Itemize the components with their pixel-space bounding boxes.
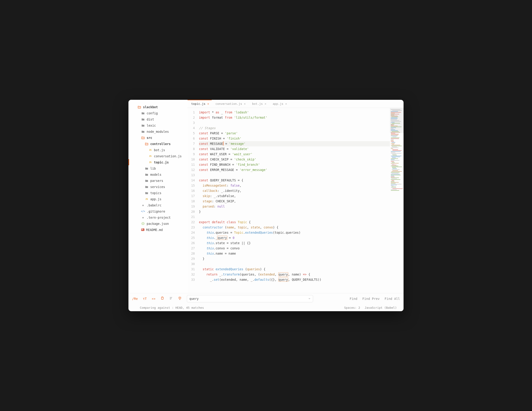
find-prev-button[interactable]: Find Prev [362, 297, 380, 301]
tab-app-js[interactable]: app.js× [269, 100, 290, 108]
status-language[interactable]: JavaScript (Babel) [365, 306, 397, 309]
tree-item-lexic[interactable]: lexic [128, 122, 188, 128]
code-line[interactable]: _.set(extended, name, _.defaults({}, que… [199, 277, 390, 282]
tab-bot-js[interactable]: bot.js× [248, 100, 269, 108]
search-input[interactable] [187, 295, 313, 302]
line-number: 11 [188, 162, 195, 167]
tree-item-topic-js[interactable]: JStopic.js [128, 159, 188, 165]
file-tree[interactable]: slackbotconfigdistlexicnode_modulessrcco… [128, 100, 188, 293]
minimap-line [391, 181, 394, 182]
editor-body[interactable]: 1234567891011121314151617181920212223242… [188, 108, 404, 293]
line-number: 22 [188, 220, 195, 225]
line-number: 21 [188, 214, 195, 220]
code-line[interactable]: callback: _.identity, [199, 188, 390, 193]
code-line[interactable]: const CHECK_SKIP = 'check_skip' [199, 157, 390, 162]
minimap-line [391, 148, 393, 149]
code-line[interactable]: this.queries = Topic.extendedQueries(top… [199, 230, 390, 235]
code-line[interactable]: import * as _ from 'lodash' [199, 110, 390, 115]
code-line[interactable]: const FINISH = 'finish' [199, 136, 390, 141]
code-line[interactable] [199, 172, 390, 178]
code-line[interactable]: this.convo = convo [199, 246, 390, 251]
tree-item--tern-project[interactable]: ✱.tern-project [128, 214, 188, 220]
tree-item-node-modules[interactable]: node_modules [128, 128, 188, 134]
tree-item-app-js[interactable]: JSapp.js [128, 196, 188, 202]
code-line[interactable]: const ERROR_MESSAGE = 'error_message' [199, 167, 390, 172]
tree-label: .babelrc [147, 203, 162, 207]
regex-toggle-icon[interactable]: /Re [132, 297, 138, 301]
code-line[interactable]: parsed: null [199, 204, 390, 209]
code-line[interactable]: static extendedQueries (queries) { [199, 267, 390, 272]
status-spaces[interactable]: Spaces: 2 [344, 306, 360, 309]
tab-topic-js[interactable]: topic.js× [188, 100, 212, 108]
selection-icon[interactable] [169, 296, 173, 301]
tree-item-package-json[interactable]: {}package.json [128, 220, 188, 227]
code-line[interactable] [199, 120, 390, 125]
tree-item-src[interactable]: src [128, 134, 188, 141]
minimap-line [391, 188, 396, 188]
line-number: 4 [188, 125, 195, 131]
tree-item-controllers[interactable]: controllers [128, 141, 188, 147]
tree-item-topics[interactable]: topics [128, 190, 188, 196]
code-line[interactable]: this._query = 0 [199, 235, 390, 240]
main-area: slackbotconfigdistlexicnode_modulessrcco… [128, 100, 404, 293]
code-line[interactable]: skip: _.stubFalse, [199, 193, 390, 199]
wrap-toggle-icon[interactable]: «» [152, 297, 155, 301]
code-line[interactable]: isMessageSent: false, [199, 183, 390, 188]
tree-item-readme-md[interactable]: M↓README.md [128, 227, 188, 233]
code-line[interactable]: } [199, 256, 390, 261]
tree-label: dist [147, 117, 154, 121]
tree-item-services[interactable]: services [128, 184, 188, 190]
code-line[interactable]: const QUERY_DEFAULTS = { [199, 178, 390, 183]
tree-item-bot-js[interactable]: JSbot.js [128, 147, 188, 153]
find-all-button[interactable]: Find All [385, 297, 400, 301]
code-line[interactable]: this.state = state || {} [199, 240, 390, 246]
close-icon[interactable]: × [285, 102, 287, 105]
code-line[interactable] [199, 261, 390, 267]
line-number: 30 [188, 261, 195, 267]
minimap-line [391, 178, 397, 179]
minimap-line [391, 159, 395, 160]
code-line[interactable]: export default class Topic { [199, 220, 390, 225]
close-icon[interactable]: × [265, 102, 266, 105]
tree-item-dist[interactable]: dist [128, 116, 188, 122]
code-line[interactable]: this.name = name [199, 251, 390, 256]
code-line[interactable]: const MESSAGE = 'message' [199, 141, 390, 146]
minimap-line [391, 119, 397, 120]
tree-item-lib[interactable]: lib [128, 165, 188, 172]
minimap[interactable] [390, 108, 404, 293]
tree-item-conversation-js[interactable]: JSconversation.js [128, 153, 188, 159]
close-icon[interactable]: × [244, 102, 246, 105]
bulb-icon[interactable] [178, 296, 182, 301]
case-toggle-icon[interactable]: τT [143, 297, 147, 301]
code-line[interactable]: return _.transform(queries, (extended, q… [199, 272, 390, 277]
tree-item-slackbot[interactable]: slackbot [128, 104, 188, 110]
line-gutter: 1234567891011121314151617181920212223242… [188, 108, 197, 293]
code-line[interactable]: } [199, 209, 390, 214]
code-line[interactable]: import format from 'lib/utils/format' [199, 115, 390, 120]
tree-item-parsers[interactable]: parsers [128, 178, 188, 184]
code-line[interactable]: stage: CHECK_SKIP, [199, 199, 390, 204]
tree-item--babelrc[interactable]: ✱.babelrc [128, 202, 188, 208]
code-line[interactable]: // Stages [199, 125, 390, 131]
code-line[interactable] [199, 214, 390, 220]
code-area[interactable]: import * as _ from 'lodash'import format… [197, 108, 390, 293]
search-match: query [217, 236, 227, 240]
minimap-line [391, 139, 394, 140]
tree-item-config[interactable]: config [128, 110, 188, 116]
code-line[interactable]: const WAIT_USER = 'wait_user' [199, 152, 390, 157]
minimap-line [391, 132, 400, 133]
folder-closed-icon [145, 179, 148, 182]
tree-label: topics [150, 191, 162, 195]
tab-conversation-js[interactable]: conversation.js× [212, 100, 248, 108]
find-button[interactable]: Find [350, 297, 357, 301]
minimap-line [391, 151, 401, 152]
close-icon[interactable]: × [207, 102, 209, 105]
code-line[interactable]: constructor (name, topic, state, convo) … [199, 225, 390, 230]
code-line[interactable]: const PARSE = 'parse' [199, 131, 390, 136]
code-line[interactable]: const FIND_BRANCH = 'find_branch' [199, 162, 390, 167]
clipboard-icon[interactable] [161, 296, 164, 301]
line-number: 2 [188, 115, 195, 120]
tree-item-models[interactable]: models [128, 172, 188, 178]
code-line[interactable]: const VALIDATE = 'validate' [199, 146, 390, 152]
tree-item--gitignore[interactable]: </>.gitignore [128, 208, 188, 214]
